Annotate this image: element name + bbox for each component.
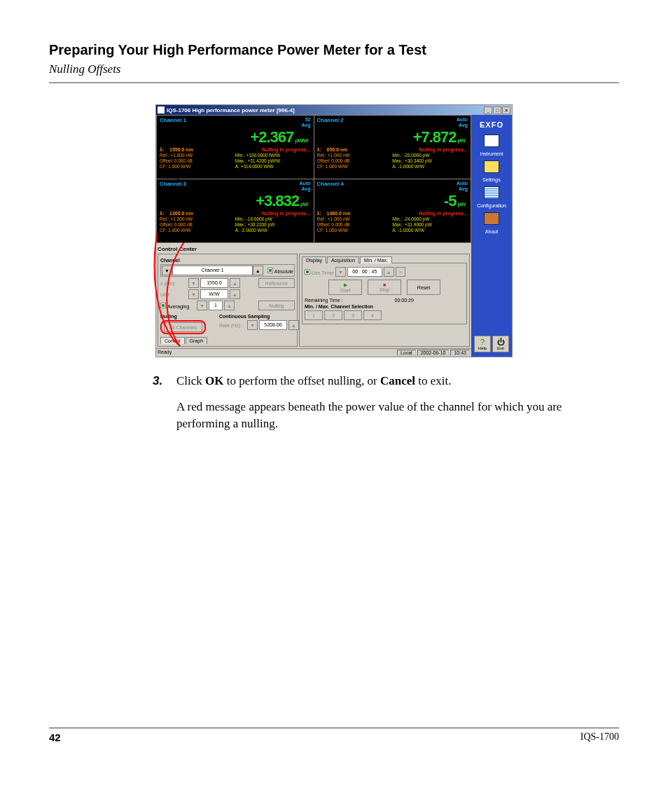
channel-stats-labels-left: Ref.: +1.000 nWOffset: 0.000 dBCF: 1.000… xyxy=(317,153,393,170)
nulling-message: Nulling in progress... xyxy=(419,147,468,152)
channel-display-4: Channel 4AutoAvg-5pWλ: 1480.0 nmNulling … xyxy=(314,179,471,242)
control-center-title: Control Center xyxy=(158,246,470,252)
reset-button[interactable]: Reset xyxy=(407,280,440,295)
exit-button[interactable]: ⏻Exit xyxy=(492,336,509,352)
timer-settings-icon[interactable]: ≡ xyxy=(396,267,405,277)
channel-select-4[interactable]: 4 xyxy=(363,310,382,320)
tab-minmax[interactable]: Min. / Max. xyxy=(360,256,392,263)
channel-stats-labels-left: Ref.: +1.000 nWOffset: 0.000 dBCF: 1.000… xyxy=(160,216,235,233)
followup-paragraph: A red message appears beneath the power … xyxy=(176,399,605,433)
all-channels-button[interactable]: All Channels xyxy=(164,322,202,332)
lambda-label: λ (nm): xyxy=(160,281,187,286)
channel-up-button[interactable]: ▲ xyxy=(253,266,263,275)
avg-value[interactable]: 1 xyxy=(209,301,223,310)
channel-name: Channel 2 xyxy=(317,117,344,128)
channel-value: +2.367pW/W xyxy=(160,128,311,146)
channel-lambda: λ: 850.0 nm xyxy=(317,147,419,152)
channel-stats-labels-right: Min.: -18.0000 pWMax.: +30.2200 pWA: -2.… xyxy=(235,216,311,233)
channel-name: Channel 1 xyxy=(160,117,186,128)
nulling-group-label: Nulling xyxy=(160,314,216,319)
stop-button[interactable]: ■Stop xyxy=(368,280,401,295)
about-icon[interactable] xyxy=(484,212,499,225)
channel-stats-labels-right: Min.: +100.0000 fW/WMax.: +31.4200 pW/WA… xyxy=(235,153,311,170)
channel-lambda: λ: 1300.0 nm xyxy=(160,211,262,216)
minimize-button[interactable]: _ xyxy=(484,106,492,114)
use-timer-checkbox[interactable]: Use Timer xyxy=(305,269,334,275)
unit-label: Unit: xyxy=(160,292,187,297)
titlebar: IQS-1700 High performance power meter [9… xyxy=(156,105,512,115)
configuration-icon[interactable] xyxy=(484,186,499,199)
channel-select-value[interactable]: Channel 1 xyxy=(172,266,253,275)
sidebar-item-settings[interactable]: Settings xyxy=(482,177,500,182)
status-local: Local xyxy=(397,350,416,356)
channel-select-3[interactable]: 3 xyxy=(344,310,362,320)
rate-label: Rate (Hz): xyxy=(219,323,246,328)
timer-down-button[interactable]: ▼ xyxy=(335,267,346,277)
channel-mode: AutoAvg xyxy=(457,117,468,128)
timer-up-button[interactable]: ▲ xyxy=(384,267,394,277)
timer-value: 00 : 00 : 45 xyxy=(347,267,382,277)
channel-stats-labels-left: Ref.: +1.000 nWOffset: 0.000 dBCF: 1.000… xyxy=(160,153,235,170)
app-window: IQS-1700 High performance power meter [9… xyxy=(155,104,513,357)
instrument-icon[interactable] xyxy=(484,135,499,147)
channel-value: -5pW xyxy=(317,192,468,210)
status-time: 10:43 xyxy=(450,350,470,356)
unit-down-button[interactable]: ▼ xyxy=(188,289,199,299)
channel-stats-labels-right: Min.: -28.0000 pWMax.: +30.3400 pWA: -1.… xyxy=(392,153,468,170)
start-button[interactable]: ▶Start xyxy=(328,280,362,295)
tab-graph[interactable]: Graph xyxy=(186,337,207,344)
settings-icon[interactable] xyxy=(484,160,499,173)
rate-value[interactable]: 5208.00 xyxy=(259,320,287,330)
channel-select-1[interactable]: 1 xyxy=(305,310,323,320)
nulling-message: Nulling in progress... xyxy=(262,147,311,152)
channel-name: Channel 4 xyxy=(317,181,344,192)
rate-up-button[interactable]: ▲ xyxy=(288,320,299,330)
tab-acquisition[interactable]: Acquisition xyxy=(327,256,359,263)
section-subheading: Nulling Offsets xyxy=(49,62,619,76)
sidebar-item-about[interactable]: About xyxy=(485,229,498,234)
unit-up-button[interactable]: ▲ xyxy=(230,289,240,299)
unit-value[interactable]: W/W xyxy=(200,289,228,299)
channel-down-button[interactable]: ▼ xyxy=(162,266,172,275)
channel-stats-labels-left: Ref.: +1.000 nWOffset: 0.000 dBCF: 1.000… xyxy=(317,216,393,233)
channel-select-2[interactable]: 2 xyxy=(324,310,342,320)
sidebar-item-instrument[interactable]: Instrument xyxy=(480,151,503,156)
rate-down-button[interactable]: ▼ xyxy=(247,320,258,330)
absolute-checkbox[interactable]: Absolute xyxy=(267,268,293,274)
channel-mode: AutoAvg xyxy=(457,181,468,192)
exfo-logo: EXFO xyxy=(480,121,503,129)
channel-mode: AutoAvg xyxy=(300,181,311,192)
sidebar: EXFO Instrument Settings Configuration A… xyxy=(471,115,512,357)
app-icon xyxy=(158,106,165,113)
lambda-down-button[interactable]: ▼ xyxy=(188,278,199,288)
avg-down-button[interactable]: ▼ xyxy=(197,301,207,310)
minmax-selection-label: Min. / Max. Channel Selection xyxy=(305,304,464,309)
status-ready: Ready xyxy=(158,350,172,356)
channel-group-label: Channel xyxy=(160,258,295,263)
channel-lambda: λ: 1480.0 nm xyxy=(317,211,419,216)
remaining-time-label: Remaining Time : xyxy=(305,298,342,303)
channel-lambda: λ: 1550.0 nm xyxy=(160,147,262,152)
nulling-button[interactable]: Nulling xyxy=(258,301,295,310)
tab-control[interactable]: Control xyxy=(160,337,185,344)
channel-value: +7.872pW xyxy=(317,128,468,146)
lambda-up-button[interactable]: ▲ xyxy=(230,278,240,288)
nulling-message: Nulling in progress... xyxy=(262,211,311,216)
window-title: IQS-1700 High performance power meter [9… xyxy=(167,107,295,113)
channel-mode: 52Avg xyxy=(302,117,311,128)
averaging-checkbox[interactable]: Averaging xyxy=(160,303,195,309)
footer-model: IQS-1700 xyxy=(580,731,619,743)
channel-value: +3.832pW xyxy=(160,192,311,210)
channel-display-3: Channel 3AutoAvg+3.832pWλ: 1300.0 nmNull… xyxy=(157,179,314,242)
reference-button[interactable]: Reference xyxy=(258,278,295,288)
channel-display-2: Channel 2AutoAvg+7.872pWλ: 850.0 nmNulli… xyxy=(314,116,471,179)
close-button[interactable]: × xyxy=(502,106,510,114)
sidebar-item-configuration[interactable]: Configuration xyxy=(477,203,506,208)
step-text: Click OK to perform the offset nulling, … xyxy=(176,373,605,390)
tab-display[interactable]: Display xyxy=(302,256,326,263)
nulling-message: Nulling in progress... xyxy=(419,211,468,216)
lambda-value[interactable]: 1550.0 xyxy=(200,278,228,288)
avg-up-button[interactable]: ▲ xyxy=(224,301,235,310)
help-button[interactable]: ?Help xyxy=(474,336,491,352)
maximize-button[interactable]: □ xyxy=(493,106,501,114)
